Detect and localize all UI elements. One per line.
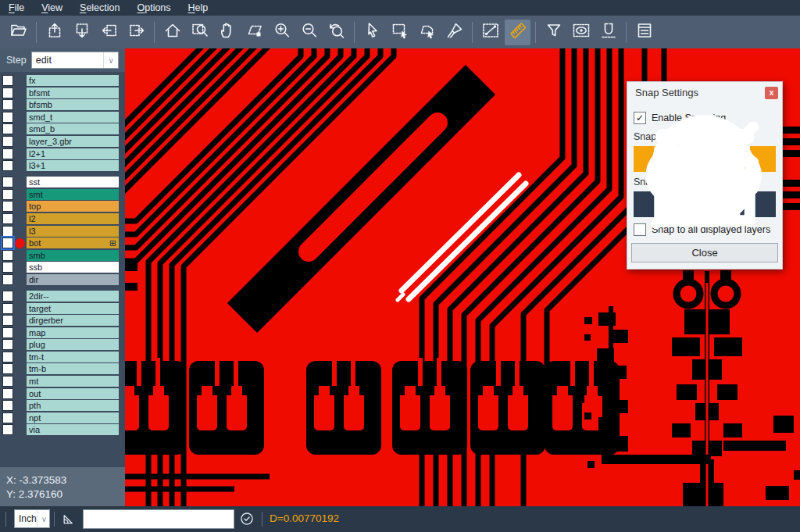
- layer-name[interactable]: pth: [27, 400, 119, 411]
- snap-mode-corner-button[interactable]: [750, 191, 776, 217]
- toolbar-select-polygon-button[interactable]: [414, 20, 440, 45]
- layer-name[interactable]: tm-b: [27, 363, 119, 374]
- toolbar-filter-button[interactable]: [541, 20, 566, 45]
- angle-corner-icon[interactable]: [61, 511, 77, 530]
- layer-visibility-checkbox[interactable]: [2, 339, 13, 350]
- layer-visibility-checkbox[interactable]: [2, 99, 13, 110]
- layer-name[interactable]: fx: [27, 75, 119, 86]
- layer-visibility-checkbox[interactable]: [2, 250, 13, 261]
- layer-name[interactable]: layer_3.gbr: [27, 136, 119, 147]
- layer-visibility-checkbox[interactable]: [2, 412, 13, 423]
- layer-name[interactable]: 2dir--: [27, 291, 119, 302]
- layer-visibility-checkbox[interactable]: [2, 352, 13, 362]
- layer-visibility-checkbox[interactable]: [2, 213, 13, 224]
- layer-visibility-checkbox[interactable]: [2, 136, 13, 147]
- layer-name[interactable]: bot⊞: [27, 237, 119, 248]
- layer-name[interactable]: smb: [27, 250, 119, 261]
- layer-name[interactable]: via: [27, 424, 119, 435]
- layer-visibility-checkbox[interactable]: [2, 189, 13, 200]
- toolbar-view-options-button[interactable]: [568, 20, 594, 45]
- layer-name-text: dirgerber: [29, 315, 116, 326]
- distance-readout: D=0.00770192: [270, 512, 339, 524]
- toolbar-pan-down-button[interactable]: [69, 20, 95, 45]
- layer-name[interactable]: tm-t: [27, 352, 119, 362]
- layer-visibility-checkbox[interactable]: [2, 388, 13, 399]
- layer-visibility-checkbox[interactable]: [2, 315, 13, 326]
- layer-visibility-checkbox[interactable]: [2, 363, 13, 374]
- layer-name[interactable]: ssb: [27, 262, 119, 273]
- toolbar-zoom-object-button[interactable]: [241, 20, 267, 45]
- layer-visibility-checkbox[interactable]: [2, 123, 13, 134]
- layer-name[interactable]: sst: [27, 177, 119, 187]
- layer-visibility-checkbox[interactable]: [2, 112, 13, 123]
- toolbar-report-panel-button[interactable]: [631, 20, 657, 45]
- layer-visibility-checkbox[interactable]: [2, 148, 13, 159]
- toolbar-magnet-snap-button[interactable]: [595, 20, 621, 45]
- menu-item-selection[interactable]: Selection: [71, 2, 128, 13]
- toolbar-pan-up-button[interactable]: [41, 20, 67, 45]
- layer-visibility-checkbox[interactable]: [2, 237, 13, 248]
- toolbar-measure-line-button[interactable]: [477, 20, 503, 45]
- layer-name[interactable]: l2+1: [27, 148, 119, 159]
- toolbar-home-button[interactable]: [159, 20, 185, 45]
- layer-visibility-checkbox[interactable]: [2, 303, 13, 314]
- toolbar-brush-button[interactable]: [441, 20, 467, 45]
- layer-visibility-checkbox[interactable]: [2, 274, 13, 285]
- layer-name[interactable]: out: [27, 388, 119, 399]
- toolbar-zoom-previous-button[interactable]: [323, 20, 349, 45]
- zoom-in-icon: [273, 21, 291, 43]
- layer-visibility-checkbox[interactable]: [2, 291, 13, 302]
- toolbar-zoom-window-button[interactable]: [187, 20, 212, 45]
- layer-visibility-checkbox[interactable]: [2, 87, 13, 98]
- toolbar-pan-left-button[interactable]: [96, 20, 122, 45]
- toolbar-pan-hand-button[interactable]: [214, 20, 240, 45]
- toolbar-select-rect-button[interactable]: [387, 20, 412, 45]
- layer-visibility-checkbox[interactable]: [2, 177, 13, 187]
- pcb-view[interactable]: Snap Settings x ✓ Enable Snapping Snap F…: [125, 48, 800, 506]
- layer-name[interactable]: dir: [27, 274, 119, 285]
- apply-check-icon[interactable]: [239, 511, 255, 530]
- unit-select[interactable]: Inch ∨: [14, 509, 50, 528]
- layer-name[interactable]: bfsmb: [27, 99, 119, 110]
- toolbar-zoom-out-button[interactable]: [296, 20, 322, 45]
- layer-visibility-checkbox[interactable]: [2, 226, 13, 237]
- toolbar-open-folder-button[interactable]: [5, 20, 31, 45]
- layer-name[interactable]: map: [27, 327, 119, 338]
- layer-visibility-checkbox[interactable]: [2, 262, 13, 273]
- layer-visibility-checkbox[interactable]: [2, 75, 13, 86]
- layer-visibility-checkbox[interactable]: [2, 400, 13, 411]
- menu-item-help[interactable]: Help: [180, 2, 217, 13]
- layer-name[interactable]: target: [27, 303, 119, 314]
- layer-name[interactable]: l3: [27, 226, 119, 237]
- layer-name[interactable]: bfsmt: [27, 87, 119, 98]
- layer-name[interactable]: plug: [27, 339, 119, 350]
- layer-row-dir: dir: [0, 274, 125, 285]
- home-icon: [163, 21, 182, 43]
- menu-item-file[interactable]: File: [0, 2, 33, 13]
- layer-visibility-checkbox[interactable]: [2, 327, 13, 338]
- layer-name[interactable]: top: [27, 201, 119, 212]
- toolbar-separator: [626, 22, 627, 43]
- layer-name[interactable]: mt: [27, 376, 119, 387]
- layer-grid-icon[interactable]: ⊞: [109, 237, 116, 248]
- menu-item-options[interactable]: Options: [128, 2, 179, 13]
- toolbar-ruler-button[interactable]: [505, 20, 530, 45]
- layer-visibility-checkbox[interactable]: [2, 376, 13, 387]
- layer-visibility-checkbox[interactable]: [2, 201, 13, 212]
- command-input[interactable]: [83, 509, 234, 529]
- layer-name[interactable]: npt: [27, 412, 119, 423]
- step-select[interactable]: edit ∨: [31, 52, 119, 69]
- layer-row-via: via: [0, 424, 125, 435]
- layer-name[interactable]: smd_t: [27, 112, 119, 123]
- layer-name[interactable]: dirgerber: [27, 315, 119, 326]
- toolbar-zoom-in-button[interactable]: [269, 20, 295, 45]
- layer-name[interactable]: l2: [27, 213, 119, 224]
- layer-visibility-checkbox[interactable]: [2, 160, 13, 171]
- layer-name[interactable]: l3+1: [27, 160, 119, 171]
- menu-item-view[interactable]: View: [33, 2, 71, 13]
- toolbar-select-arrow-button[interactable]: [359, 20, 385, 45]
- layer-name[interactable]: smd_b: [27, 123, 119, 134]
- layer-visibility-checkbox[interactable]: [2, 424, 13, 435]
- toolbar-pan-right-button[interactable]: [123, 20, 149, 45]
- layer-name[interactable]: smt: [27, 189, 119, 200]
